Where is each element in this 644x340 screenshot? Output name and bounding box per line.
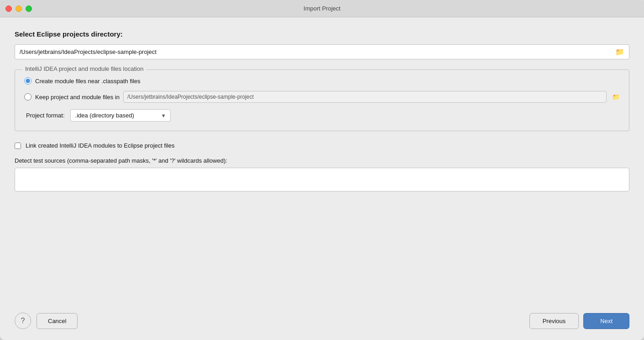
close-button[interactable]	[5, 5, 12, 12]
help-icon: ?	[21, 317, 25, 325]
footer: ? Cancel Previous Next	[0, 305, 644, 340]
keep-in-path-input	[123, 91, 607, 103]
project-format-row: Project format: .idea (directory based) …	[24, 109, 620, 122]
main-content: Select Eclipse projects directory: 📁 Int…	[0, 17, 644, 305]
previous-button[interactable]: Previous	[529, 313, 579, 329]
next-button[interactable]: Next	[583, 313, 629, 329]
browse-keepin-icon[interactable]: 📁	[612, 93, 620, 101]
project-format-select-wrapper: .idea (directory based) .ipr (file based…	[70, 109, 171, 122]
cancel-button[interactable]: Cancel	[37, 313, 78, 329]
directory-path-input[interactable]	[20, 48, 612, 55]
footer-left: ? Cancel	[15, 313, 78, 329]
radio-classpath-row: Create module files near .classpath file…	[24, 77, 620, 85]
link-checkbox-input[interactable]	[15, 143, 21, 149]
radio-keepin-label: Keep project and module files in	[35, 94, 120, 101]
browse-directory-icon[interactable]: 📁	[615, 48, 624, 56]
window-controls	[5, 5, 32, 12]
radio-classpath-input[interactable]	[24, 77, 31, 85]
link-checkbox-label: Link created IntelliJ IDEA modules to Ec…	[26, 142, 175, 149]
module-location-group: IntelliJ IDEA project and module files l…	[15, 69, 629, 131]
project-format-select[interactable]: .idea (directory based) .ipr (file based…	[70, 109, 171, 122]
detect-sources-label: Detect test sources (comma-separated pat…	[15, 157, 629, 164]
import-project-window: Import Project Select Eclipse projects d…	[0, 0, 644, 340]
footer-right: Previous Next	[529, 313, 629, 329]
link-checkbox-row: Link created IntelliJ IDEA modules to Ec…	[15, 142, 629, 149]
module-location-legend: IntelliJ IDEA project and module files l…	[22, 65, 146, 72]
radio-classpath-label: Create module files near .classpath file…	[35, 78, 141, 85]
maximize-button[interactable]	[26, 5, 32, 12]
directory-path-row: 📁	[15, 44, 629, 59]
radio-keepin-row: Keep project and module files in 📁	[24, 91, 620, 103]
window-title: Import Project	[304, 5, 340, 12]
help-button[interactable]: ?	[15, 313, 31, 329]
radio-keepin-input[interactable]	[24, 93, 31, 101]
minimize-button[interactable]	[16, 5, 22, 12]
detect-sources-input[interactable]	[15, 168, 629, 191]
title-bar: Import Project	[0, 0, 644, 17]
project-format-label: Project format:	[26, 112, 65, 119]
directory-section-title: Select Eclipse projects directory:	[15, 30, 629, 38]
